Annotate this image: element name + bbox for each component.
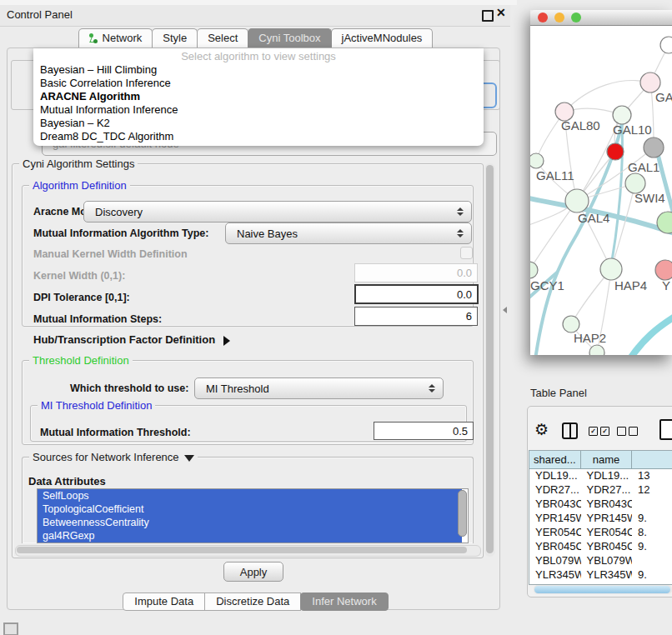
- aracne-mode-combo[interactable]: Discovery: [83, 201, 472, 222]
- cyni-algorithm-settings-title: Cyni Algorithm Settings: [19, 158, 138, 170]
- table-cell: 8.: [632, 526, 672, 540]
- data-attributes-list[interactable]: SelfLoopsTopologicalCoefficientBetweenne…: [37, 488, 469, 543]
- table-row[interactable]: YDR27...YDR27...12: [529, 483, 672, 498]
- mi-threshold-label: Mutual Information Threshold:: [40, 427, 191, 438]
- list-scrollbar[interactable]: [458, 490, 467, 537]
- table-cell: YER054C: [529, 526, 581, 540]
- table-column-header[interactable]: name: [581, 451, 633, 468]
- mi-threshold-field[interactable]: 0.5: [374, 422, 474, 440]
- gear-icon[interactable]: ⚙: [534, 420, 549, 439]
- manual-kernel-checkbox[interactable]: [460, 247, 473, 259]
- select-all-checkboxes-icon[interactable]: ✓✓: [589, 427, 609, 436]
- collapsed-arrow-icon: [223, 336, 230, 346]
- algorithm-option[interactable]: Bayesian – K2: [33, 117, 484, 130]
- zoom-traffic-light-icon[interactable]: [571, 12, 581, 22]
- tab-jactivemnodules[interactable]: jActiveMNodules: [331, 28, 434, 48]
- table-cell: YER054C: [581, 526, 633, 540]
- algorithm-option[interactable]: Mutual Information Inference: [33, 103, 484, 117]
- network-node[interactable]: [644, 138, 664, 158]
- network-node[interactable]: [589, 345, 604, 355]
- mi-steps-label: Mutual Information Steps:: [33, 313, 162, 325]
- attribute-item[interactable]: gal4RGexp: [38, 529, 462, 542]
- table-cell: [632, 554, 672, 568]
- hub-definition-label: Hub/Transcription Factor Definition: [33, 333, 215, 346]
- table-row[interactable]: YPR145WYPR145W9.: [529, 512, 672, 526]
- network-node[interactable]: [607, 143, 624, 160]
- tab-discretize-data[interactable]: Discretize Data: [204, 592, 301, 611]
- table-panel-title: Table Panel: [530, 387, 587, 399]
- tab-infer-network[interactable]: Infer Network: [300, 592, 388, 611]
- which-threshold-combo[interactable]: MI Threshold: [194, 378, 444, 399]
- algorithm-option[interactable]: Bayesian – Hill Climbing: [33, 63, 484, 77]
- tab-select[interactable]: Select: [197, 28, 248, 48]
- deselect-all-checkboxes-icon[interactable]: [617, 427, 638, 436]
- table-cell: YLR345W: [581, 568, 633, 582]
- network-node[interactable]: [660, 37, 672, 53]
- algorithm-option[interactable]: Dream8 DC_TDC Algorithm: [33, 130, 484, 143]
- hub-definition-toggle[interactable]: Hub/Transcription Factor Definition: [33, 333, 230, 346]
- algorithm-option[interactable]: ARACNE Algorithm: [33, 90, 484, 103]
- sources-group-title[interactable]: Sources for Network Inference: [29, 451, 198, 463]
- network-node-hap4[interactable]: [600, 258, 622, 280]
- close-traffic-light-icon[interactable]: [538, 12, 548, 22]
- table-column-header[interactable]: shared...: [529, 451, 581, 468]
- network-node-label: GAL: [655, 90, 672, 104]
- dpi-tolerance-field[interactable]: 0.0: [354, 284, 479, 304]
- tab-cyni-toolbox[interactable]: Cyni Toolbox: [248, 28, 331, 48]
- tab-impute-data[interactable]: Impute Data: [123, 592, 205, 611]
- network-node-label: GAL80: [561, 118, 600, 132]
- table-row[interactable]: YDL19...YDL19...13: [529, 469, 672, 483]
- table-row[interactable]: YBR043CYBR043C: [529, 498, 672, 512]
- network-canvas[interactable]: GALGAL80GAL10GAL1GAL11GAL4SWI4GCY1HAP4YH…: [530, 26, 672, 355]
- kernel-width-field[interactable]: 0.0: [354, 263, 478, 282]
- network-node-hap2[interactable]: [563, 316, 579, 332]
- tab-style[interactable]: Style: [152, 28, 198, 48]
- table-column-header[interactable]: [632, 451, 672, 468]
- new-table-icon[interactable]: [659, 419, 672, 440]
- settings-horizontal-scrollbar[interactable]: [15, 545, 481, 557]
- algorithm-option[interactable]: Basic Correlation Inference: [33, 77, 484, 90]
- network-node-gcy1[interactable]: [530, 262, 538, 278]
- apply-button[interactable]: Apply: [223, 562, 283, 582]
- split-columns-icon[interactable]: [562, 422, 578, 439]
- aracne-mode-value: Discovery: [95, 206, 143, 218]
- table-cell: 12: [632, 483, 672, 498]
- table-cell: YLR345W: [529, 568, 581, 582]
- network-node-gal4[interactable]: [565, 189, 589, 212]
- panel-corner-icon[interactable]: [3, 622, 18, 635]
- attribute-item[interactable]: BetweennessCentrality: [38, 516, 462, 529]
- algorithm-dropdown-placeholder: Select algorithm to view settings: [33, 49, 484, 63]
- minimize-traffic-light-icon[interactable]: [554, 12, 564, 22]
- table-cell: 13: [632, 469, 672, 483]
- table-horizontal-scrollbar[interactable]: [534, 585, 672, 594]
- which-threshold-label: Which threshold to use:: [70, 382, 188, 394]
- table-row[interactable]: YBL079WYBL079W: [529, 554, 672, 568]
- stepper-icon: [429, 384, 435, 392]
- table-row[interactable]: YER054CYER054C8.: [529, 526, 672, 540]
- mi-steps-field[interactable]: 6: [354, 307, 478, 326]
- network-node-gal10[interactable]: [613, 106, 631, 124]
- mi-type-combo[interactable]: Naive Bayes: [225, 222, 472, 244]
- network-node-y[interactable]: [655, 260, 672, 280]
- attribute-item[interactable]: TopologicalCoefficient: [38, 502, 462, 516]
- attribute-item[interactable]: SelfLoops: [38, 489, 462, 502]
- network-node-label: GAL10: [613, 122, 652, 137]
- dpi-tolerance-value: 0.0: [457, 288, 472, 301]
- network-node-gal11[interactable]: [530, 153, 544, 168]
- mi-type-label: Mutual Information Algorithm Type:: [33, 228, 208, 239]
- table-row[interactable]: YBR045CYBR045C9.: [529, 540, 672, 554]
- float-window-icon[interactable]: [482, 10, 494, 22]
- network-node-label: HAP4: [614, 278, 647, 292]
- table-cell: [632, 498, 672, 512]
- tab-network[interactable]: Network: [78, 28, 153, 48]
- which-threshold-value: MI Threshold: [206, 382, 269, 395]
- threshold-definition-title: Threshold Definition: [29, 354, 133, 367]
- mi-threshold-value: 0.5: [453, 425, 468, 438]
- table-cell: YDR27...: [581, 483, 633, 498]
- settings-vertical-scrollbar[interactable]: [484, 163, 495, 557]
- mi-threshold-group-title: MI Threshold Definition: [38, 399, 155, 412]
- splitter-collapse-icon[interactable]: [503, 307, 507, 313]
- table-row[interactable]: YLR345WYLR345W9.: [529, 568, 672, 582]
- network-window-titlebar[interactable]: [530, 10, 672, 26]
- close-icon[interactable]: ✕: [496, 6, 506, 19]
